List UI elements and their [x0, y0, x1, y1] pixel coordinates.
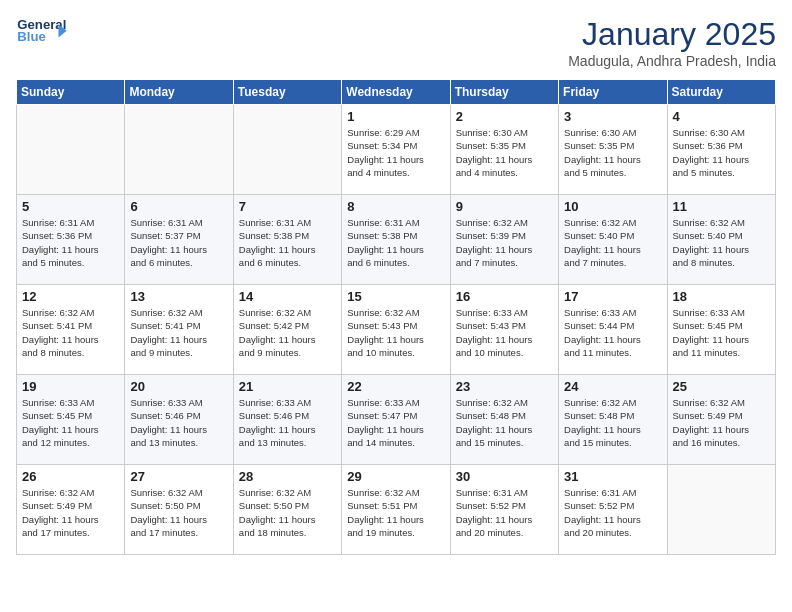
- calendar-cell: 25Sunrise: 6:32 AM Sunset: 5:49 PM Dayli…: [667, 375, 775, 465]
- day-details: Sunrise: 6:31 AM Sunset: 5:36 PM Dayligh…: [22, 216, 119, 269]
- calendar-cell: 11Sunrise: 6:32 AM Sunset: 5:40 PM Dayli…: [667, 195, 775, 285]
- day-number: 1: [347, 109, 444, 124]
- day-details: Sunrise: 6:32 AM Sunset: 5:40 PM Dayligh…: [564, 216, 661, 269]
- calendar-cell: 24Sunrise: 6:32 AM Sunset: 5:48 PM Dayli…: [559, 375, 667, 465]
- day-details: Sunrise: 6:33 AM Sunset: 5:46 PM Dayligh…: [130, 396, 227, 449]
- calendar-table: SundayMondayTuesdayWednesdayThursdayFrid…: [16, 79, 776, 555]
- day-details: Sunrise: 6:30 AM Sunset: 5:36 PM Dayligh…: [673, 126, 770, 179]
- calendar-subtitle: Madugula, Andhra Pradesh, India: [568, 53, 776, 69]
- calendar-cell: 30Sunrise: 6:31 AM Sunset: 5:52 PM Dayli…: [450, 465, 558, 555]
- day-details: Sunrise: 6:32 AM Sunset: 5:41 PM Dayligh…: [22, 306, 119, 359]
- calendar-cell: 5Sunrise: 6:31 AM Sunset: 5:36 PM Daylig…: [17, 195, 125, 285]
- calendar-cell: 15Sunrise: 6:32 AM Sunset: 5:43 PM Dayli…: [342, 285, 450, 375]
- day-number: 28: [239, 469, 336, 484]
- calendar-cell: 18Sunrise: 6:33 AM Sunset: 5:45 PM Dayli…: [667, 285, 775, 375]
- day-number: 8: [347, 199, 444, 214]
- calendar-cell: 8Sunrise: 6:31 AM Sunset: 5:38 PM Daylig…: [342, 195, 450, 285]
- day-details: Sunrise: 6:31 AM Sunset: 5:37 PM Dayligh…: [130, 216, 227, 269]
- day-number: 26: [22, 469, 119, 484]
- day-number: 31: [564, 469, 661, 484]
- calendar-cell: [17, 105, 125, 195]
- day-number: 30: [456, 469, 553, 484]
- calendar-cell: 13Sunrise: 6:32 AM Sunset: 5:41 PM Dayli…: [125, 285, 233, 375]
- calendar-cell: 31Sunrise: 6:31 AM Sunset: 5:52 PM Dayli…: [559, 465, 667, 555]
- day-number: 2: [456, 109, 553, 124]
- calendar-cell: 2Sunrise: 6:30 AM Sunset: 5:35 PM Daylig…: [450, 105, 558, 195]
- calendar-cell: 20Sunrise: 6:33 AM Sunset: 5:46 PM Dayli…: [125, 375, 233, 465]
- calendar-title: January 2025: [568, 16, 776, 53]
- calendar-cell: 12Sunrise: 6:32 AM Sunset: 5:41 PM Dayli…: [17, 285, 125, 375]
- calendar-cell: 10Sunrise: 6:32 AM Sunset: 5:40 PM Dayli…: [559, 195, 667, 285]
- calendar-cell: 1Sunrise: 6:29 AM Sunset: 5:34 PM Daylig…: [342, 105, 450, 195]
- calendar-cell: [667, 465, 775, 555]
- calendar-cell: 7Sunrise: 6:31 AM Sunset: 5:38 PM Daylig…: [233, 195, 341, 285]
- day-header-sunday: Sunday: [17, 80, 125, 105]
- day-details: Sunrise: 6:32 AM Sunset: 5:43 PM Dayligh…: [347, 306, 444, 359]
- calendar-cell: 27Sunrise: 6:32 AM Sunset: 5:50 PM Dayli…: [125, 465, 233, 555]
- calendar-cell: 26Sunrise: 6:32 AM Sunset: 5:49 PM Dayli…: [17, 465, 125, 555]
- day-details: Sunrise: 6:32 AM Sunset: 5:50 PM Dayligh…: [239, 486, 336, 539]
- calendar-cell: 9Sunrise: 6:32 AM Sunset: 5:39 PM Daylig…: [450, 195, 558, 285]
- title-block: January 2025 Madugula, Andhra Pradesh, I…: [568, 16, 776, 69]
- day-number: 13: [130, 289, 227, 304]
- day-header-friday: Friday: [559, 80, 667, 105]
- day-details: Sunrise: 6:33 AM Sunset: 5:43 PM Dayligh…: [456, 306, 553, 359]
- calendar-header-row: SundayMondayTuesdayWednesdayThursdayFrid…: [17, 80, 776, 105]
- logo-icon: General Blue: [16, 16, 68, 44]
- calendar-cell: 17Sunrise: 6:33 AM Sunset: 5:44 PM Dayli…: [559, 285, 667, 375]
- day-details: Sunrise: 6:32 AM Sunset: 5:50 PM Dayligh…: [130, 486, 227, 539]
- day-number: 17: [564, 289, 661, 304]
- calendar-cell: 28Sunrise: 6:32 AM Sunset: 5:50 PM Dayli…: [233, 465, 341, 555]
- day-details: Sunrise: 6:32 AM Sunset: 5:49 PM Dayligh…: [22, 486, 119, 539]
- day-details: Sunrise: 6:32 AM Sunset: 5:42 PM Dayligh…: [239, 306, 336, 359]
- day-header-monday: Monday: [125, 80, 233, 105]
- calendar-cell: 14Sunrise: 6:32 AM Sunset: 5:42 PM Dayli…: [233, 285, 341, 375]
- day-number: 16: [456, 289, 553, 304]
- day-number: 29: [347, 469, 444, 484]
- day-details: Sunrise: 6:30 AM Sunset: 5:35 PM Dayligh…: [564, 126, 661, 179]
- calendar-week-row: 12Sunrise: 6:32 AM Sunset: 5:41 PM Dayli…: [17, 285, 776, 375]
- day-number: 9: [456, 199, 553, 214]
- day-number: 6: [130, 199, 227, 214]
- day-details: Sunrise: 6:33 AM Sunset: 5:46 PM Dayligh…: [239, 396, 336, 449]
- day-number: 22: [347, 379, 444, 394]
- day-details: Sunrise: 6:31 AM Sunset: 5:52 PM Dayligh…: [564, 486, 661, 539]
- calendar-cell: 3Sunrise: 6:30 AM Sunset: 5:35 PM Daylig…: [559, 105, 667, 195]
- day-number: 11: [673, 199, 770, 214]
- day-details: Sunrise: 6:32 AM Sunset: 5:41 PM Dayligh…: [130, 306, 227, 359]
- calendar-week-row: 1Sunrise: 6:29 AM Sunset: 5:34 PM Daylig…: [17, 105, 776, 195]
- day-header-saturday: Saturday: [667, 80, 775, 105]
- calendar-cell: 29Sunrise: 6:32 AM Sunset: 5:51 PM Dayli…: [342, 465, 450, 555]
- day-number: 23: [456, 379, 553, 394]
- day-number: 4: [673, 109, 770, 124]
- day-number: 7: [239, 199, 336, 214]
- day-number: 18: [673, 289, 770, 304]
- day-number: 25: [673, 379, 770, 394]
- calendar-cell: 6Sunrise: 6:31 AM Sunset: 5:37 PM Daylig…: [125, 195, 233, 285]
- day-number: 3: [564, 109, 661, 124]
- day-details: Sunrise: 6:30 AM Sunset: 5:35 PM Dayligh…: [456, 126, 553, 179]
- day-number: 24: [564, 379, 661, 394]
- day-number: 20: [130, 379, 227, 394]
- day-details: Sunrise: 6:32 AM Sunset: 5:51 PM Dayligh…: [347, 486, 444, 539]
- day-details: Sunrise: 6:31 AM Sunset: 5:52 PM Dayligh…: [456, 486, 553, 539]
- day-details: Sunrise: 6:33 AM Sunset: 5:47 PM Dayligh…: [347, 396, 444, 449]
- logo: General Blue: [16, 16, 68, 44]
- day-details: Sunrise: 6:33 AM Sunset: 5:44 PM Dayligh…: [564, 306, 661, 359]
- day-number: 14: [239, 289, 336, 304]
- page-header: General Blue January 2025 Madugula, Andh…: [16, 16, 776, 69]
- day-details: Sunrise: 6:32 AM Sunset: 5:40 PM Dayligh…: [673, 216, 770, 269]
- svg-text:Blue: Blue: [17, 29, 46, 44]
- day-details: Sunrise: 6:32 AM Sunset: 5:49 PM Dayligh…: [673, 396, 770, 449]
- day-number: 10: [564, 199, 661, 214]
- calendar-week-row: 19Sunrise: 6:33 AM Sunset: 5:45 PM Dayli…: [17, 375, 776, 465]
- calendar-cell: 23Sunrise: 6:32 AM Sunset: 5:48 PM Dayli…: [450, 375, 558, 465]
- calendar-week-row: 5Sunrise: 6:31 AM Sunset: 5:36 PM Daylig…: [17, 195, 776, 285]
- day-header-tuesday: Tuesday: [233, 80, 341, 105]
- calendar-cell: 22Sunrise: 6:33 AM Sunset: 5:47 PM Dayli…: [342, 375, 450, 465]
- day-header-thursday: Thursday: [450, 80, 558, 105]
- calendar-cell: 21Sunrise: 6:33 AM Sunset: 5:46 PM Dayli…: [233, 375, 341, 465]
- day-number: 5: [22, 199, 119, 214]
- day-details: Sunrise: 6:29 AM Sunset: 5:34 PM Dayligh…: [347, 126, 444, 179]
- day-details: Sunrise: 6:31 AM Sunset: 5:38 PM Dayligh…: [347, 216, 444, 269]
